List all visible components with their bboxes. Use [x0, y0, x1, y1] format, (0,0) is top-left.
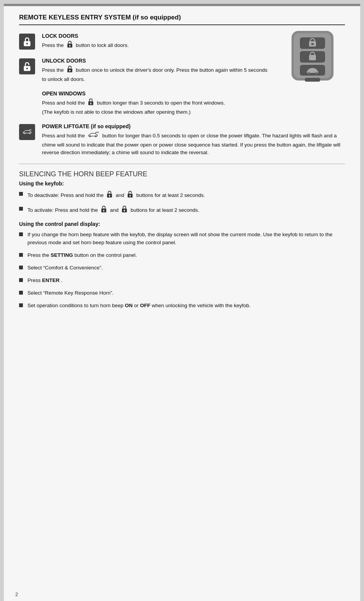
lock-inline-icon-2	[106, 190, 113, 201]
liftgate-inline-icon	[87, 131, 100, 141]
cp-text-1: If you change the horn beep feature with…	[27, 231, 345, 247]
power-liftgate-body: Press and hold the button for longer tha…	[42, 131, 345, 157]
liftgate-icon	[22, 127, 32, 137]
lock-doors-content: LOCK DOORS Press the button to lock all …	[42, 33, 272, 51]
bullet-square-1	[19, 192, 23, 196]
page-title: REMOTE KEYLESS ENTRY SYSTEM (if so equip…	[19, 14, 345, 25]
lock-door-icon	[22, 37, 32, 47]
lock-icon-col	[19, 33, 42, 51]
svg-point-9	[315, 72, 317, 74]
cp-text-4: Press ENTER .	[27, 277, 345, 285]
activate-text: To activate: Press and hold the and	[27, 205, 345, 216]
lock-icon-box	[19, 34, 35, 50]
svg-point-17	[26, 68, 28, 69]
lock-inline-icon	[66, 40, 73, 51]
lock-doors-title: LOCK DOORS	[42, 33, 272, 39]
lock-inline-icon-4	[121, 205, 128, 216]
svg-rect-34	[110, 196, 110, 197]
svg-rect-40	[104, 211, 104, 212]
cp-text-3: Select “Comfort & Convenience”.	[27, 264, 345, 272]
cp-bullet-3: Select “Comfort & Convenience”.	[19, 264, 345, 272]
bullet-square-cp4	[19, 278, 23, 282]
activate-bullet: To activate: Press and hold the and	[19, 205, 345, 216]
svg-rect-6	[309, 55, 316, 60]
bullet-square-cp2	[19, 253, 23, 257]
unlock-doors-title: UNLOCK DOORS	[42, 58, 272, 64]
svg-point-12	[26, 43, 28, 44]
svg-line-27	[31, 130, 31, 130]
cp-text-6: Set operation conditions to turn horn be…	[27, 302, 345, 310]
deactivate-bullet: To deactivate: Press and hold the and	[19, 190, 345, 201]
power-liftgate-section: POWER LIFTGATE (if so equipped) Press an…	[19, 123, 345, 157]
unlock-icon-box	[19, 58, 35, 74]
unlock-inline-icon-2	[87, 98, 94, 108]
cp-bullet-4: Press ENTER .	[19, 277, 345, 285]
control-panel-title: Using the control panel display:	[19, 221, 345, 227]
silencing-section: SILENCING THE HORN BEEP FEATURE Using th…	[19, 170, 345, 309]
bullet-square-2	[19, 207, 23, 211]
open-windows-title: OPEN WINDOWS	[42, 90, 345, 97]
silencing-header: SILENCING THE HORN BEEP FEATURE	[19, 170, 345, 178]
cp-bullet-2: Press the SETTING button on the control …	[19, 251, 345, 259]
power-liftgate-title: POWER LIFTGATE (if so equipped)	[42, 123, 345, 129]
keyfob-image	[280, 29, 345, 82]
page: REMOTE KEYLESS ENTRY SYSTEM (if so equip…	[4, 4, 360, 601]
unlock-doors-section: UNLOCK DOORS Press the button once to un…	[19, 58, 272, 84]
bullet-square-cp6	[19, 303, 23, 307]
cp-text-2: Press the SETTING button on the control …	[27, 251, 345, 259]
bullet-square-cp3	[19, 266, 23, 269]
deactivate-text: To deactivate: Press and hold the and	[27, 190, 345, 201]
lock-inline-icon-3	[100, 205, 107, 216]
power-liftgate-content: POWER LIFTGATE (if so equipped) Press an…	[42, 123, 345, 157]
divider	[19, 164, 345, 164]
svg-rect-37	[130, 196, 130, 197]
bullet-square-cp5	[19, 291, 23, 295]
keyfob-title: Using the keyfob:	[19, 180, 345, 187]
liftgate-icon-box	[19, 124, 35, 140]
top-bar	[4, 4, 360, 6]
control-panel-bullets: If you change the horn beep feature with…	[19, 231, 345, 309]
svg-rect-23	[91, 103, 91, 105]
unlock-inline-icon-3	[127, 190, 134, 201]
unlock-door-icon	[22, 61, 32, 71]
liftgate-icon-col	[19, 123, 42, 157]
svg-point-8	[308, 72, 310, 74]
keyfob-bullets: To deactivate: Press and hold the and	[19, 190, 345, 216]
lock-doors-section: LOCK DOORS Press the button to lock all …	[19, 33, 272, 51]
svg-rect-10	[305, 78, 320, 82]
cp-bullet-5: Select “Remote Key Response Horn”.	[19, 289, 345, 297]
lock-doors-body: Press the button to lock all doors.	[42, 40, 272, 51]
svg-rect-15	[69, 46, 70, 47]
page-number: 2	[15, 591, 18, 597]
unlock-doors-content: UNLOCK DOORS Press the button once to un…	[42, 58, 272, 84]
svg-point-24	[24, 132, 25, 134]
unlock-icon-col	[19, 58, 42, 84]
svg-rect-4	[311, 43, 314, 45]
svg-line-31	[98, 132, 99, 133]
cp-bullet-6: Set operation conditions to turn horn be…	[19, 302, 345, 310]
open-windows-body: Press and hold the button longer than 3 …	[42, 98, 345, 116]
unlock-doors-body: Press the button once to unlock the driv…	[42, 65, 272, 84]
bullet-square-cp1	[19, 232, 23, 236]
unlock-inline-icon	[66, 65, 73, 76]
svg-point-25	[29, 132, 30, 134]
svg-rect-43	[124, 211, 125, 212]
open-windows-section: OPEN WINDOWS Press and hold the button l…	[19, 90, 345, 116]
cp-bullet-1: If you change the horn beep feature with…	[19, 231, 345, 247]
svg-rect-20	[69, 70, 70, 72]
cp-text-5: Select “Remote Key Response Horn”.	[27, 289, 345, 297]
